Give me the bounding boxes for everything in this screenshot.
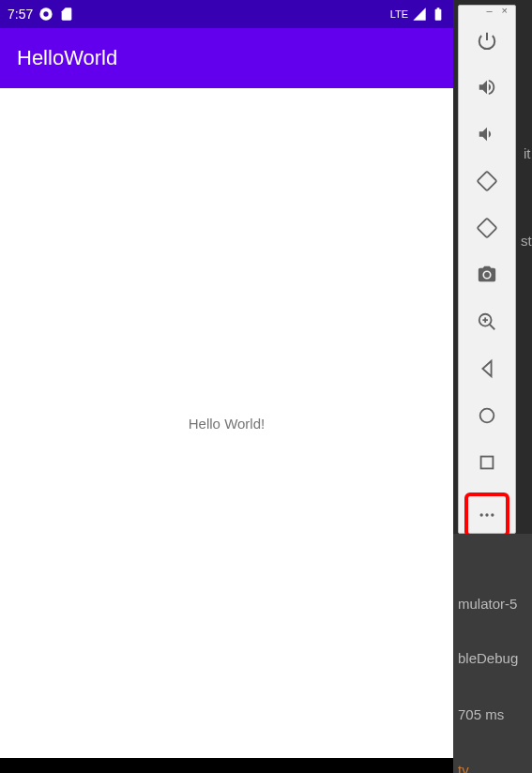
power-button[interactable] bbox=[476, 29, 498, 52]
back-button[interactable] bbox=[476, 357, 498, 380]
background-label: bleDebug bbox=[458, 650, 518, 666]
rotate-left-button[interactable] bbox=[476, 170, 498, 192]
app-bar: HelloWorld bbox=[0, 28, 453, 88]
home-button[interactable] bbox=[476, 404, 498, 427]
svg-point-8 bbox=[480, 409, 494, 423]
app-title: HelloWorld bbox=[17, 46, 117, 70]
network-label: LTE bbox=[390, 8, 408, 20]
volume-down-button[interactable] bbox=[476, 123, 498, 145]
svg-point-12 bbox=[491, 513, 494, 516]
device-screen: 7:57 LTE HelloWorld Hel bbox=[0, 0, 453, 758]
svg-rect-9 bbox=[481, 457, 494, 469]
background-label: mulator-5 bbox=[458, 596, 517, 612]
svg-rect-3 bbox=[478, 219, 497, 238]
emulator-toolbar: – × bbox=[458, 5, 516, 534]
status-left: 7:57 bbox=[8, 7, 74, 22]
background-text: it bbox=[524, 145, 531, 161]
minimize-button[interactable]: – bbox=[486, 6, 492, 16]
more-options-button[interactable] bbox=[464, 493, 509, 538]
app-content: Hello World! bbox=[0, 88, 453, 758]
svg-point-1 bbox=[44, 11, 49, 16]
hello-world-text: Hello World! bbox=[189, 416, 265, 432]
debug-icon bbox=[38, 7, 53, 22]
rotate-right-button[interactable] bbox=[476, 217, 498, 239]
battery-icon bbox=[431, 7, 446, 22]
zoom-button[interactable] bbox=[476, 311, 498, 333]
sd-card-icon bbox=[59, 7, 74, 22]
status-right: LTE bbox=[390, 7, 446, 22]
svg-rect-2 bbox=[478, 172, 497, 191]
svg-point-10 bbox=[480, 513, 483, 516]
emulator-frame: 7:57 LTE HelloWorld Hel bbox=[0, 0, 453, 773]
screenshot-button[interactable] bbox=[476, 264, 498, 286]
svg-point-11 bbox=[485, 513, 488, 516]
status-time: 7:57 bbox=[8, 7, 33, 22]
background-label: tv bbox=[458, 762, 469, 773]
signal-icon bbox=[412, 7, 427, 22]
toolbar-items bbox=[464, 16, 509, 538]
background-label: 705 ms bbox=[458, 706, 504, 722]
background-text: st bbox=[521, 233, 532, 249]
close-button[interactable]: × bbox=[502, 6, 508, 16]
svg-line-5 bbox=[490, 325, 495, 330]
volume-up-button[interactable] bbox=[476, 76, 498, 99]
toolbar-window-controls: – × bbox=[459, 6, 515, 16]
overview-button[interactable] bbox=[476, 451, 498, 474]
status-bar: 7:57 LTE bbox=[0, 0, 453, 28]
